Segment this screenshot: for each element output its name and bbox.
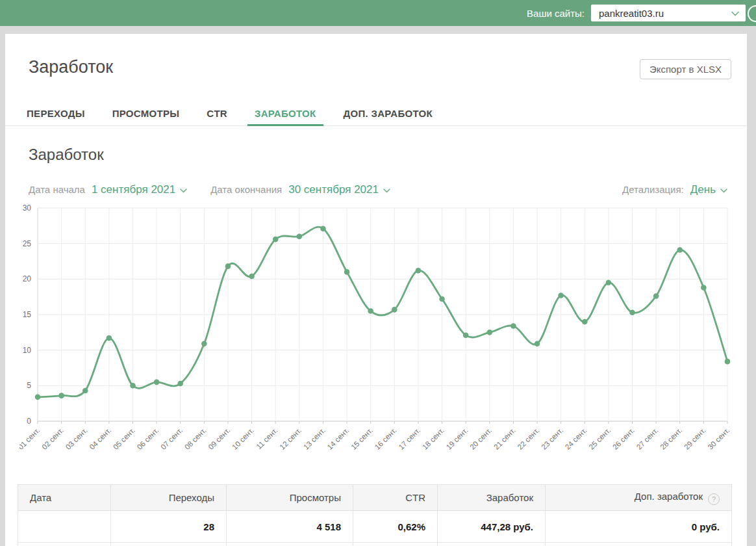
start-date-value: 1 сентября 2021 — [92, 183, 175, 196]
svg-text:05 сент.: 05 сент. — [112, 426, 136, 451]
svg-text:30 сент.: 30 сент. — [706, 426, 731, 451]
svg-text:25: 25 — [23, 239, 32, 248]
tabs: ПЕРЕХОДЫ ПРОСМОТРЫ CTR ЗАРАБОТОК ДОП. ЗА… — [5, 101, 747, 126]
chevron-down-icon — [180, 183, 187, 196]
col-earnings: Заработок — [438, 485, 546, 511]
detail-select[interactable]: День — [690, 183, 727, 196]
tab-dop-zarabotok[interactable]: ДОП. ЗАРАБОТОК — [336, 101, 440, 125]
svg-text:11 сент.: 11 сент. — [255, 426, 279, 450]
tab-ctr[interactable]: CTR — [199, 101, 234, 125]
col-extra-earnings: Доп. заработок? — [546, 485, 732, 511]
earnings-chart: 05101520253001 сент.02 сент.03 сент.04 с… — [19, 198, 739, 467]
svg-text:0: 0 — [27, 417, 31, 426]
col-clicks: Переходы — [111, 485, 227, 511]
cell-ctr: 0,62% — [353, 511, 438, 543]
section-title: Заработок — [29, 146, 104, 164]
svg-text:21 сент.: 21 сент. — [492, 426, 517, 451]
table-row — [18, 543, 732, 546]
your-sites-label: Ваши сайты: — [527, 8, 585, 19]
svg-text:01 сент.: 01 сент. — [19, 426, 41, 451]
end-date-filter: Дата окончания 30 сентября 2021 — [210, 183, 390, 196]
start-date-label: Дата начала — [29, 184, 85, 195]
svg-text:27 сент.: 27 сент. — [635, 426, 660, 451]
chevron-down-icon — [383, 183, 390, 196]
col-extra-earnings-label: Доп. заработок — [635, 491, 703, 502]
profile-circle-icon[interactable] — [748, 5, 756, 22]
cell-extra-earnings: 0 руб. — [546, 511, 732, 543]
detail-value: День — [690, 183, 716, 196]
site-select-value: pankreatit03.ru — [599, 8, 664, 19]
svg-text:24 сент.: 24 сент. — [564, 426, 588, 451]
svg-text:09 сент.: 09 сент. — [207, 426, 231, 451]
detail-label: Детализация: — [622, 184, 684, 195]
svg-text:18 сент.: 18 сент. — [421, 426, 446, 451]
svg-text:06 сент.: 06 сент. — [136, 426, 160, 451]
svg-text:10: 10 — [23, 346, 32, 355]
topbar: Ваши сайты: pankreatit03.ru — [0, 0, 756, 26]
help-icon[interactable]: ? — [708, 493, 720, 505]
cell-clicks: 28 — [111, 511, 227, 543]
svg-text:12 сент.: 12 сент. — [278, 426, 303, 451]
table-row: 28 4 518 0,62% 447,28 руб. 0 руб. — [18, 511, 732, 543]
svg-text:5: 5 — [27, 381, 31, 390]
export-xlsx-button[interactable]: Экспорт в XLSX — [640, 59, 731, 79]
page-title: Заработок — [29, 57, 113, 77]
end-date-value: 30 сентября 2021 — [288, 183, 379, 196]
stats-table: Дата Переходы Просмотры CTR Заработок До… — [18, 484, 732, 546]
start-date-select[interactable]: 1 сентября 2021 — [92, 183, 187, 196]
svg-text:15 сент.: 15 сент. — [349, 426, 374, 451]
cell-earnings: 447,28 руб. — [438, 511, 546, 543]
tab-zarabotok[interactable]: ЗАРАБОТОК — [247, 101, 323, 125]
cell-views: 4 518 — [227, 511, 353, 543]
svg-text:28 сент.: 28 сент. — [659, 426, 683, 451]
svg-text:03 сент.: 03 сент. — [64, 426, 89, 451]
svg-text:13 сент.: 13 сент. — [302, 426, 327, 451]
start-date-filter: Дата начала 1 сентября 2021 — [29, 183, 187, 196]
svg-text:20: 20 — [23, 274, 32, 283]
col-ctr: CTR — [353, 485, 438, 511]
svg-text:10 сент.: 10 сент. — [231, 426, 255, 451]
tab-prosmotry[interactable]: ПРОСМОТРЫ — [105, 101, 187, 125]
svg-text:25 сент.: 25 сент. — [587, 426, 612, 451]
end-date-select[interactable]: 30 сентября 2021 — [288, 183, 390, 196]
col-views: Просмотры — [227, 485, 353, 511]
svg-text:02 сент.: 02 сент. — [40, 426, 65, 451]
col-date: Дата — [18, 485, 111, 511]
detail-filter: Детализация: День — [622, 183, 727, 196]
svg-text:30: 30 — [23, 203, 32, 213]
svg-text:26 сент.: 26 сент. — [611, 426, 636, 451]
filters-row: Дата начала 1 сентября 2021 Дата окончан… — [29, 183, 727, 196]
svg-text:08 сент.: 08 сент. — [183, 426, 208, 451]
earnings-panel: Заработок Экспорт в XLSX ПЕРЕХОДЫ ПРОСМО… — [5, 34, 747, 546]
svg-text:29 сент.: 29 сент. — [683, 426, 707, 451]
site-select[interactable]: pankreatit03.ru — [591, 5, 746, 21]
svg-text:04 сент.: 04 сент. — [88, 426, 112, 451]
cell-date — [18, 511, 111, 543]
svg-text:17 сент.: 17 сент. — [397, 426, 422, 451]
tab-perehody[interactable]: ПЕРЕХОДЫ — [19, 101, 92, 125]
svg-text:15: 15 — [23, 310, 32, 319]
end-date-label: Дата окончания — [210, 184, 282, 195]
svg-text:20 сент.: 20 сент. — [468, 426, 493, 451]
svg-text:19 сент.: 19 сент. — [445, 426, 470, 451]
svg-text:16 сент.: 16 сент. — [373, 426, 398, 451]
chevron-down-icon — [720, 183, 727, 196]
svg-text:14 сент.: 14 сент. — [326, 426, 351, 451]
svg-text:07 сент.: 07 сент. — [159, 426, 184, 451]
chevron-down-icon — [731, 7, 739, 19]
svg-text:23 сент.: 23 сент. — [540, 426, 564, 451]
svg-text:22 сент.: 22 сент. — [516, 426, 540, 451]
table-header-row: Дата Переходы Просмотры CTR Заработок До… — [18, 485, 732, 511]
